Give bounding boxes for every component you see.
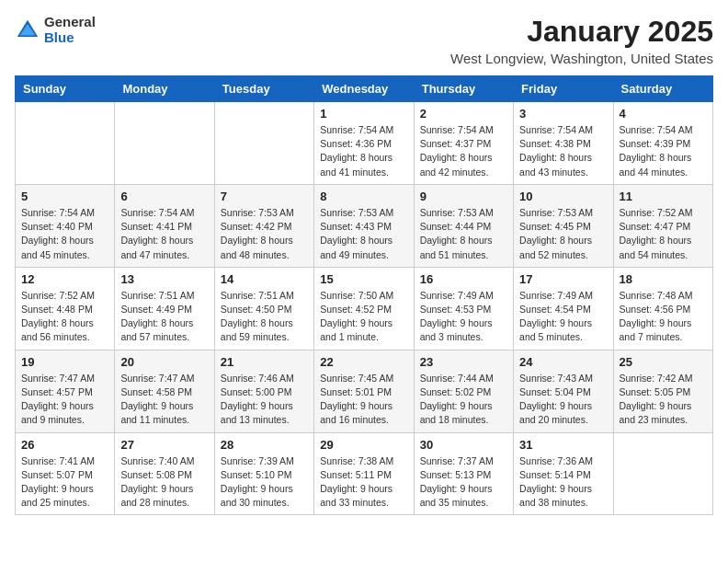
calendar-day-cell: 20Sunrise: 7:47 AM Sunset: 4:58 PM Dayli… <box>115 350 214 432</box>
calendar-day-cell: 26Sunrise: 7:41 AM Sunset: 5:07 PM Dayli… <box>16 432 115 515</box>
day-cell-content: Sunrise: 7:53 AM Sunset: 4:45 PM Dayligh… <box>519 206 607 262</box>
day-cell-content: Sunrise: 7:43 AM Sunset: 5:04 PM Dayligh… <box>519 372 607 428</box>
day-cell-content: Sunrise: 7:44 AM Sunset: 5:02 PM Dayligh… <box>420 372 507 428</box>
day-cell-content: Sunrise: 7:50 AM Sunset: 4:52 PM Dayligh… <box>320 289 407 345</box>
day-number: 24 <box>519 355 607 369</box>
calendar-day-cell: 22Sunrise: 7:45 AM Sunset: 5:01 PM Dayli… <box>314 350 414 432</box>
day-number: 20 <box>120 355 208 369</box>
day-cell-content: Sunrise: 7:39 AM Sunset: 5:10 PM Dayligh… <box>221 454 308 511</box>
day-cell-content: Sunrise: 7:54 AM Sunset: 4:41 PM Dayligh… <box>120 206 208 262</box>
day-number: 4 <box>620 107 707 121</box>
calendar-subtitle: West Longview, Washington, United States <box>450 51 713 66</box>
day-number: 13 <box>120 272 208 286</box>
calendar-day-cell: 24Sunrise: 7:43 AM Sunset: 5:04 PM Dayli… <box>514 350 613 432</box>
day-of-week-header: Tuesday <box>214 76 313 102</box>
calendar-day-cell: 14Sunrise: 7:51 AM Sunset: 4:50 PM Dayli… <box>214 267 313 350</box>
calendar-day-cell: 13Sunrise: 7:51 AM Sunset: 4:49 PM Dayli… <box>115 267 214 350</box>
calendar-title: January 2025 <box>450 15 713 49</box>
day-of-week-header: Friday <box>514 76 613 102</box>
day-cell-content: Sunrise: 7:52 AM Sunset: 4:48 PM Dayligh… <box>21 289 108 345</box>
day-number: 5 <box>21 190 108 203</box>
calendar-day-cell: 27Sunrise: 7:40 AM Sunset: 5:08 PM Dayli… <box>115 432 214 515</box>
logo: General Blue <box>15 15 96 45</box>
calendar-table: SundayMondayTuesdayWednesdayThursdayFrid… <box>15 75 713 515</box>
day-cell-content: Sunrise: 7:53 AM Sunset: 4:42 PM Dayligh… <box>221 206 308 262</box>
calendar-day-cell: 8Sunrise: 7:53 AM Sunset: 4:43 PM Daylig… <box>314 184 414 267</box>
day-cell-content: Sunrise: 7:54 AM Sunset: 4:39 PM Dayligh… <box>620 123 707 179</box>
day-number: 22 <box>320 355 407 369</box>
calendar-day-cell <box>214 102 313 185</box>
day-of-week-header: Sunday <box>16 76 115 102</box>
calendar-day-cell: 18Sunrise: 7:48 AM Sunset: 4:56 PM Dayli… <box>613 267 712 350</box>
calendar-week-row: 26Sunrise: 7:41 AM Sunset: 5:07 PM Dayli… <box>16 432 713 515</box>
calendar-day-cell: 16Sunrise: 7:49 AM Sunset: 4:53 PM Dayli… <box>414 267 513 350</box>
logo-icon <box>15 17 40 43</box>
calendar-day-cell: 9Sunrise: 7:53 AM Sunset: 4:44 PM Daylig… <box>414 184 513 267</box>
calendar-week-row: 1Sunrise: 7:54 AM Sunset: 4:36 PM Daylig… <box>16 102 713 185</box>
day-number: 1 <box>320 107 407 121</box>
calendar-day-cell: 25Sunrise: 7:42 AM Sunset: 5:05 PM Dayli… <box>613 350 712 432</box>
day-cell-content: Sunrise: 7:41 AM Sunset: 5:07 PM Dayligh… <box>21 454 108 511</box>
day-of-week-header: Monday <box>115 76 214 102</box>
calendar-day-cell: 12Sunrise: 7:52 AM Sunset: 4:48 PM Dayli… <box>16 267 115 350</box>
calendar-week-row: 19Sunrise: 7:47 AM Sunset: 4:57 PM Dayli… <box>16 350 713 432</box>
day-cell-content: Sunrise: 7:53 AM Sunset: 4:44 PM Dayligh… <box>420 206 507 262</box>
day-number: 17 <box>519 272 607 286</box>
day-cell-content: Sunrise: 7:49 AM Sunset: 4:54 PM Dayligh… <box>519 289 607 345</box>
day-cell-content: Sunrise: 7:47 AM Sunset: 4:58 PM Dayligh… <box>120 372 208 428</box>
calendar-day-cell: 10Sunrise: 7:53 AM Sunset: 4:45 PM Dayli… <box>514 184 613 267</box>
day-number: 11 <box>620 190 707 203</box>
calendar-day-cell: 7Sunrise: 7:53 AM Sunset: 4:42 PM Daylig… <box>214 184 313 267</box>
day-cell-content: Sunrise: 7:45 AM Sunset: 5:01 PM Dayligh… <box>320 372 407 428</box>
day-number: 23 <box>420 355 507 369</box>
day-number: 28 <box>221 438 308 452</box>
calendar-day-cell: 19Sunrise: 7:47 AM Sunset: 4:57 PM Dayli… <box>16 350 115 432</box>
day-cell-content: Sunrise: 7:51 AM Sunset: 4:49 PM Dayligh… <box>120 289 208 345</box>
calendar-day-cell: 23Sunrise: 7:44 AM Sunset: 5:02 PM Dayli… <box>414 350 513 432</box>
day-cell-content: Sunrise: 7:52 AM Sunset: 4:47 PM Dayligh… <box>620 206 707 262</box>
day-number: 2 <box>420 107 507 121</box>
calendar-day-cell: 4Sunrise: 7:54 AM Sunset: 4:39 PM Daylig… <box>613 102 712 185</box>
day-number: 30 <box>420 438 507 452</box>
day-number: 29 <box>320 438 407 452</box>
day-number: 19 <box>21 355 108 369</box>
day-number: 18 <box>620 272 707 286</box>
day-number: 6 <box>120 190 208 203</box>
calendar-day-cell: 17Sunrise: 7:49 AM Sunset: 4:54 PM Dayli… <box>514 267 613 350</box>
day-cell-content: Sunrise: 7:51 AM Sunset: 4:50 PM Dayligh… <box>221 289 308 345</box>
calendar-day-cell: 28Sunrise: 7:39 AM Sunset: 5:10 PM Dayli… <box>214 432 313 515</box>
calendar-day-cell: 31Sunrise: 7:36 AM Sunset: 5:14 PM Dayli… <box>514 432 613 515</box>
logo-blue-text: Blue <box>44 30 96 46</box>
logo-general-text: General <box>44 15 96 30</box>
day-number: 15 <box>320 272 407 286</box>
day-of-week-header: Saturday <box>613 76 712 102</box>
day-cell-content: Sunrise: 7:49 AM Sunset: 4:53 PM Dayligh… <box>420 289 507 345</box>
day-cell-content: Sunrise: 7:48 AM Sunset: 4:56 PM Dayligh… <box>620 289 707 345</box>
page-header: General Blue January 2025 West Longview,… <box>15 15 713 66</box>
calendar-day-cell: 30Sunrise: 7:37 AM Sunset: 5:13 PM Dayli… <box>414 432 513 515</box>
calendar-day-cell <box>613 432 712 515</box>
day-cell-content: Sunrise: 7:38 AM Sunset: 5:11 PM Dayligh… <box>320 454 407 511</box>
calendar-day-cell: 1Sunrise: 7:54 AM Sunset: 4:36 PM Daylig… <box>314 102 414 185</box>
calendar-day-cell: 21Sunrise: 7:46 AM Sunset: 5:00 PM Dayli… <box>214 350 313 432</box>
day-cell-content: Sunrise: 7:54 AM Sunset: 4:36 PM Dayligh… <box>320 123 407 179</box>
day-number: 14 <box>221 272 308 286</box>
title-block: January 2025 West Longview, Washington, … <box>450 15 713 66</box>
day-number: 25 <box>620 355 707 369</box>
calendar-day-cell: 11Sunrise: 7:52 AM Sunset: 4:47 PM Dayli… <box>613 184 712 267</box>
day-number: 8 <box>320 190 407 203</box>
day-cell-content: Sunrise: 7:54 AM Sunset: 4:37 PM Dayligh… <box>420 123 507 179</box>
day-number: 9 <box>420 190 507 203</box>
calendar-week-row: 5Sunrise: 7:54 AM Sunset: 4:40 PM Daylig… <box>16 184 713 267</box>
calendar-day-cell: 15Sunrise: 7:50 AM Sunset: 4:52 PM Dayli… <box>314 267 414 350</box>
day-number: 21 <box>221 355 308 369</box>
day-cell-content: Sunrise: 7:40 AM Sunset: 5:08 PM Dayligh… <box>120 454 208 511</box>
day-cell-content: Sunrise: 7:54 AM Sunset: 4:40 PM Dayligh… <box>21 206 108 262</box>
day-cell-content: Sunrise: 7:47 AM Sunset: 4:57 PM Dayligh… <box>21 372 108 428</box>
calendar-header-row: SundayMondayTuesdayWednesdayThursdayFrid… <box>16 76 713 102</box>
calendar-day-cell: 2Sunrise: 7:54 AM Sunset: 4:37 PM Daylig… <box>414 102 513 185</box>
day-cell-content: Sunrise: 7:37 AM Sunset: 5:13 PM Dayligh… <box>420 454 507 511</box>
calendar-day-cell: 3Sunrise: 7:54 AM Sunset: 4:38 PM Daylig… <box>514 102 613 185</box>
calendar-day-cell: 5Sunrise: 7:54 AM Sunset: 4:40 PM Daylig… <box>16 184 115 267</box>
day-number: 10 <box>519 190 607 203</box>
